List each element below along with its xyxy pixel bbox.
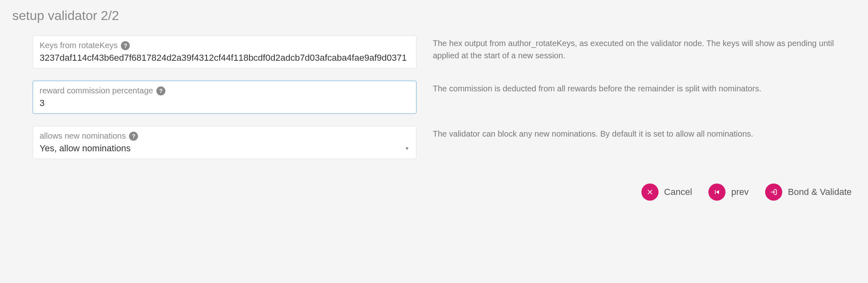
keys-row: Keys from rotateKeys ? The hex output fr… [33, 35, 856, 69]
keys-input[interactable] [40, 53, 410, 63]
commission-row: reward commission percentage ? The commi… [33, 81, 856, 114]
nominations-row: allows new nominations ? Yes, allow nomi… [33, 126, 856, 159]
nominations-label: allows new nominations ? [40, 131, 410, 141]
form-container: Keys from rotateKeys ? The hex output fr… [12, 35, 856, 201]
bond-validate-button-label: Bond & Validate [788, 187, 852, 197]
sign-in-icon [765, 184, 782, 201]
button-row: Cancel prev Bond & Validate [33, 184, 856, 201]
cancel-button-label: Cancel [664, 187, 692, 197]
prev-button[interactable]: prev [708, 184, 749, 201]
cancel-button[interactable]: Cancel [641, 184, 692, 201]
nominations-dropdown[interactable]: allows new nominations ? Yes, allow nomi… [33, 126, 416, 159]
nominations-value: Yes, allow nominations [40, 143, 131, 154]
dropdown-value-row: Yes, allow nominations ▼ [40, 143, 410, 154]
keys-input-group[interactable]: Keys from rotateKeys ? [33, 35, 416, 69]
keys-label-text: Keys from rotateKeys [40, 41, 118, 50]
step-backward-icon [708, 184, 726, 201]
commission-label-text: reward commission percentage [40, 86, 153, 95]
caret-down-icon: ▼ [405, 146, 410, 151]
help-icon[interactable]: ? [156, 86, 165, 95]
page-title: setup validator 2/2 [12, 8, 856, 23]
bond-validate-button[interactable]: Bond & Validate [765, 184, 852, 201]
commission-description: The commission is deducted from all rewa… [433, 81, 856, 95]
keys-label: Keys from rotateKeys ? [40, 41, 410, 50]
nominations-label-text: allows new nominations [40, 131, 126, 141]
help-icon[interactable]: ? [121, 41, 130, 50]
help-icon[interactable]: ? [129, 132, 138, 141]
commission-input[interactable] [40, 98, 410, 108]
close-icon [641, 184, 659, 201]
commission-input-group[interactable]: reward commission percentage ? [33, 81, 416, 114]
commission-label: reward commission percentage ? [40, 86, 410, 95]
prev-button-label: prev [731, 187, 749, 197]
keys-description: The hex output from author_rotateKeys, a… [433, 35, 856, 62]
nominations-description: The validator can block any new nominati… [433, 126, 856, 140]
